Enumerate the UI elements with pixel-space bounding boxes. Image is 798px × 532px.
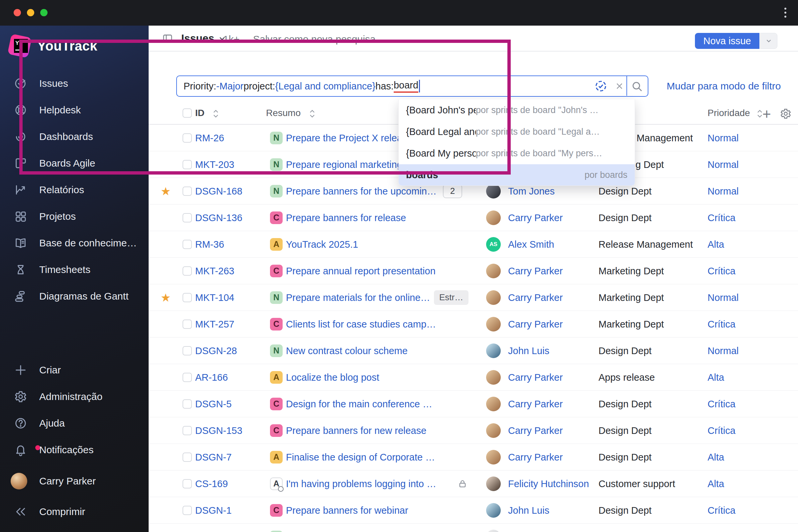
- zoom-window-button[interactable]: [40, 9, 48, 16]
- row-checkbox[interactable]: [183, 373, 192, 382]
- issue-summary-link[interactable]: I'm having problems logging into my …: [286, 478, 437, 489]
- row-checkbox[interactable]: [183, 213, 192, 223]
- sidebar-item-issues[interactable]: Issues: [0, 73, 149, 94]
- issue-id-link[interactable]: DSGN-168: [195, 186, 242, 196]
- issue-id-link[interactable]: DSGN-153: [195, 425, 242, 436]
- priority-link[interactable]: Normal: [707, 345, 739, 356]
- new-issue-dropdown-button[interactable]: [760, 33, 777, 49]
- suggest-item-boards[interactable]: boardspor boards: [399, 164, 635, 186]
- issue-row-CS-169[interactable]: CS-169AI'm having problems logging into …: [149, 471, 798, 497]
- row-checkbox[interactable]: [183, 240, 192, 249]
- priority-link[interactable]: Crítica: [707, 505, 736, 516]
- assignee-link[interactable]: Tom Jones: [508, 186, 555, 196]
- sidebar-item-criar[interactable]: Criar: [0, 359, 149, 381]
- row-checkbox[interactable]: [183, 426, 192, 435]
- issue-row-MKT-263[interactable]: MKT-263CPrepare annual report presentati…: [149, 258, 798, 284]
- issue-summary-link[interactable]: Finalise the design of Corporate overvie…: [286, 452, 437, 462]
- issue-summary-link[interactable]: Prepare annual report presentation: [286, 265, 436, 276]
- issue-row-DSGN-136[interactable]: DSGN-136CPrepare banners for releaseCarr…: [149, 205, 798, 231]
- issue-summary-link[interactable]: Prepare banners for webinar: [286, 505, 408, 516]
- add-column-button[interactable]: +: [762, 106, 771, 122]
- assignee-link[interactable]: Carry Parker: [508, 265, 563, 276]
- suggest-item-board-john-s-perso[interactable]: {Board John's perso…por sprints de board…: [399, 99, 635, 121]
- issue-id-link[interactable]: DSGN-5: [195, 398, 232, 409]
- row-checkbox[interactable]: [183, 479, 192, 489]
- sidebar-item-administra-o[interactable]: Administração: [0, 386, 149, 407]
- issue-row-MKT-257[interactable]: MKT-257CClients list for case studies ca…: [149, 311, 798, 338]
- star-icon[interactable]: ★: [160, 185, 171, 198]
- priority-link[interactable]: Crítica: [707, 212, 736, 223]
- issue-id-link[interactable]: DSGN-7: [195, 452, 232, 462]
- sidebar-item-notifica-es[interactable]: Notificações: [0, 439, 149, 460]
- row-checkbox[interactable]: [183, 266, 192, 276]
- sidebar-item-dashboards[interactable]: Dashboards: [0, 126, 149, 147]
- issue-summary-link[interactable]: Clients list for case studies campaign: [286, 319, 437, 329]
- priority-link[interactable]: Crítica: [707, 319, 736, 329]
- issue-row-DSGN-153[interactable]: DSGN-153CPrepare banners for new release…: [149, 417, 798, 444]
- sidebar-item-relat-rios[interactable]: Relatórios: [0, 179, 149, 201]
- column-header-id[interactable]: ID: [195, 108, 205, 118]
- priority-link[interactable]: Normal: [707, 132, 739, 143]
- priority-link[interactable]: Alta: [707, 478, 724, 489]
- row-checkbox[interactable]: [183, 187, 192, 196]
- sidebar-item-ajuda[interactable]: Ajuda: [0, 413, 149, 434]
- assignee-link[interactable]: Carry Parker: [508, 452, 563, 462]
- assignee-link[interactable]: Alex Smith: [508, 239, 554, 250]
- suggest-item-board-my-persona[interactable]: {Board My persona…por sprints de board "…: [399, 142, 635, 164]
- save-search-button[interactable]: Salvar como nova pesquisa: [253, 34, 376, 45]
- issue-summary-link[interactable]: Prepare banners for new release: [286, 425, 426, 436]
- issue-row-MKT-1[interactable]: MKT-1NPrepare "Borders" campaignMikaMark…: [149, 524, 798, 532]
- issue-row-MKT-104[interactable]: ★MKT-104NPrepare materials for the onlin…: [149, 284, 798, 311]
- assignee-link[interactable]: Carry Parker: [508, 292, 563, 303]
- suggest-item-board-legal-and-co[interactable]: {Board Legal and co…por sprints de board…: [399, 121, 635, 142]
- sidebar-item-projetos[interactable]: Projetos: [0, 206, 149, 227]
- priority-link[interactable]: Normal: [707, 159, 739, 170]
- issue-id-link[interactable]: DSGN-28: [195, 345, 237, 356]
- assignee-link[interactable]: Carry Parker: [508, 425, 563, 436]
- issue-summary-link[interactable]: YouTrack 2025.1: [286, 239, 358, 250]
- toggle-sidebar-icon[interactable]: [162, 33, 173, 44]
- issue-summary-link[interactable]: Localize the blog post: [286, 372, 379, 383]
- issue-id-link[interactable]: AR-166: [195, 372, 228, 383]
- issue-summary-link[interactable]: Design for the main conference page on…: [286, 398, 437, 409]
- issue-id-link[interactable]: DSGN-1: [195, 505, 232, 516]
- issue-row-DSGN-28[interactable]: DSGN-28NNew contrast colour schemeJohn L…: [149, 338, 798, 364]
- issue-id-link[interactable]: MKT-257: [195, 319, 234, 329]
- priority-link[interactable]: Crítica: [707, 265, 736, 276]
- priority-link[interactable]: Alta: [707, 372, 724, 383]
- sidebar-user-profile[interactable]: Carry Parker: [0, 471, 149, 492]
- row-checkbox[interactable]: [183, 506, 192, 515]
- priority-link[interactable]: Normal: [707, 292, 739, 303]
- column-header-priority[interactable]: Prioridade: [707, 108, 750, 118]
- issue-row-DSGN-1[interactable]: DSGN-1CPrepare banners for webinarJohn L…: [149, 497, 798, 524]
- row-checkbox[interactable]: [183, 453, 192, 462]
- assignee-link[interactable]: Carry Parker: [508, 372, 563, 383]
- issue-id-link[interactable]: CS-169: [195, 478, 228, 489]
- kebab-menu-icon[interactable]: [780, 7, 791, 18]
- issue-summary-link[interactable]: Prepare banners for the upcoming rel: [286, 186, 437, 196]
- row-checkbox[interactable]: [183, 133, 192, 142]
- close-window-button[interactable]: [14, 9, 21, 16]
- clear-search-icon[interactable]: [614, 81, 624, 91]
- issue-id-link[interactable]: MKT-203: [195, 159, 234, 170]
- issue-row-AR-166[interactable]: AR-166ALocalize the blog postCarry Parke…: [149, 364, 798, 391]
- issue-id-link[interactable]: MKT-263: [195, 265, 234, 276]
- sort-icon[interactable]: [757, 109, 763, 118]
- sidebar-item-diagramas-de-gantt[interactable]: Diagramas de Gantt: [0, 286, 149, 307]
- context-selector[interactable]: Issues: [181, 32, 226, 44]
- priority-link[interactable]: Crítica: [707, 398, 736, 409]
- search-input[interactable]: Priority: -Major project: {Legal and com…: [176, 75, 648, 97]
- assignee-link[interactable]: John Luis: [508, 505, 549, 516]
- column-header-summary[interactable]: Resumo: [266, 108, 301, 118]
- query-assist-check-icon[interactable]: [594, 80, 607, 92]
- row-checkbox[interactable]: [183, 346, 192, 356]
- sidebar-item-helpdesk[interactable]: Helpdesk: [0, 99, 149, 121]
- assignee-link[interactable]: Carry Parker: [508, 398, 563, 409]
- issue-row-DSGN-5[interactable]: DSGN-5CDesign for the main conference pa…: [149, 391, 798, 417]
- row-checkbox[interactable]: [183, 320, 192, 329]
- row-checkbox[interactable]: [183, 160, 192, 169]
- sort-icon[interactable]: [309, 109, 316, 118]
- star-icon[interactable]: ★: [160, 291, 171, 304]
- minimize-window-button[interactable]: [27, 9, 34, 16]
- priority-link[interactable]: Alta: [707, 452, 724, 462]
